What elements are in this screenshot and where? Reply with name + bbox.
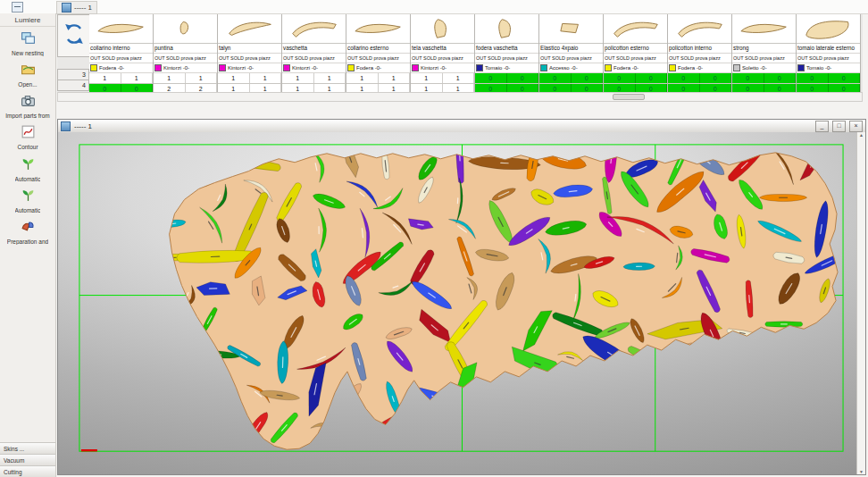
nested-part[interactable] [727,346,772,380]
part-material[interactable]: Kintorzi -0- [154,63,217,73]
nested-part[interactable] [624,383,669,398]
quantity-cell[interactable]: 0 [732,73,764,83]
part-thumbnail[interactable] [797,14,860,44]
window-menu-icon[interactable] [12,2,23,13]
quantity-cell[interactable]: 1 [250,73,282,83]
part-thumbnail[interactable] [282,14,346,44]
quantity-cell[interactable]: 0 [507,73,539,83]
nested-part[interactable] [672,340,692,379]
quantity-cell[interactable]: 0 [572,73,604,83]
part-thumbnail[interactable] [539,14,603,44]
sidebar-item-automatic-1[interactable]: Automatic [0,153,55,184]
nested-part[interactable] [765,322,803,327]
part-material[interactable]: Accesso -0- [539,63,603,73]
nested-part[interactable] [440,414,499,433]
part-material[interactable]: Tomaio -0- [475,63,538,73]
row-number[interactable]: 4 [57,80,89,91]
nested-part[interactable] [159,406,195,435]
part-thumbnail[interactable] [475,14,538,44]
nested-part[interactable] [769,378,805,410]
quantity-cell[interactable]: 1 [186,73,218,83]
quantity-cell[interactable]: 1 [443,73,475,83]
part-material[interactable]: Fodera -0- [89,63,153,73]
part-thumbnail[interactable] [732,14,796,44]
quantity-cell[interactable]: 1 [218,73,250,83]
scroll-up-icon[interactable]: ▲ [859,132,864,138]
quantity-cell[interactable]: 1 [411,73,443,83]
nested-part[interactable] [631,401,661,441]
canvas-vertical-scrollbar[interactable]: ▲ ▼ [856,132,865,474]
nested-part[interactable] [513,377,557,395]
part-material[interactable]: Soletto -0- [732,63,796,73]
part-material[interactable]: Tomaio -0- [797,63,860,73]
quantity-cell[interactable]: 0 [700,73,732,83]
nested-part[interactable] [601,414,613,440]
scrollbar-handle[interactable] [613,94,645,100]
sidebar-item-preparation[interactable]: Preparation and [0,215,55,247]
quantity-cell[interactable]: 1 [379,73,411,83]
nested-part[interactable] [810,377,839,402]
nested-part[interactable] [528,408,546,453]
nested-part[interactable] [335,420,367,445]
part-thumbnail[interactable] [154,14,217,44]
quantity-cell[interactable]: 1 [282,73,314,83]
part-thumbnail[interactable] [668,14,731,44]
nested-part[interactable] [792,345,834,371]
quantity-cell[interactable]: 1 [346,73,379,83]
part-thumbnail[interactable] [89,14,153,44]
scroll-down-icon[interactable]: ▼ [859,469,864,474]
part-thumbnail[interactable] [411,14,474,44]
quantity-cell[interactable]: 0 [636,73,668,83]
nested-part[interactable] [736,382,772,412]
nested-part[interactable] [160,379,203,413]
part-thumbnail[interactable] [604,14,667,44]
part-thumbnail[interactable] [346,14,410,44]
part-material[interactable]: Fodera -0- [604,63,667,73]
sidebar-item-import-parts[interactable]: Import parts from [0,89,55,121]
sidebar-item-automatic-2[interactable]: Automatic [0,184,55,215]
skins-button[interactable]: Skins ... [0,442,55,454]
part-thumbnail[interactable] [218,14,281,44]
nested-part[interactable] [708,342,732,385]
quantity-cell[interactable]: 1 [154,73,186,83]
nested-part[interactable] [712,401,728,453]
quantity-cell[interactable]: 0 [604,73,636,83]
part-material[interactable]: Kintorzi -0- [411,63,474,73]
nesting-canvas-area[interactable] [58,132,857,474]
nested-part[interactable] [199,408,218,434]
cutting-button[interactable]: Cutting [0,465,55,477]
nested-part[interactable] [161,301,188,345]
nested-part[interactable] [423,412,452,447]
quantity-cell[interactable]: 0 [829,73,861,83]
close-button[interactable]: × [849,121,863,132]
sidebar-item-open[interactable]: Open... [0,58,55,89]
nested-part[interactable] [660,381,687,405]
restore-button[interactable]: □ [832,121,846,132]
quantity-cell[interactable]: 1 [121,73,154,83]
document-tab[interactable]: ----- 1 [56,1,97,14]
part-material[interactable]: Kintorzi -0- [218,63,281,73]
sidebar-item-contour[interactable]: Contour [0,121,55,152]
minimize-button[interactable]: _ [815,121,829,132]
nested-part[interactable] [739,421,767,434]
quantity-cell[interactable]: 1 [314,73,346,83]
nested-part[interactable] [697,372,718,411]
refresh-parts-button[interactable] [57,14,91,57]
nested-part[interactable] [797,416,832,437]
quantity-cell[interactable]: 0 [764,73,797,83]
part-material[interactable]: Fodera -0- [668,63,731,73]
nested-part[interactable] [571,416,587,447]
nested-part[interactable] [161,155,206,170]
nested-part[interactable] [163,347,202,376]
quantity-cell[interactable]: 1 [89,73,121,83]
part-material[interactable]: Fodera -0- [346,63,410,73]
nested-part[interactable] [477,381,506,402]
sidebar-item-new-nesting[interactable]: New nesting [0,27,55,58]
parts-panel-scrollbar[interactable] [57,92,863,102]
quantity-cell[interactable]: 0 [797,73,829,83]
nested-part[interactable] [165,176,187,204]
nested-part[interactable] [782,339,803,376]
quantity-cell[interactable]: 0 [668,73,700,83]
nesting-canvas[interactable] [58,132,857,474]
part-material[interactable]: Kintorzi -0- [282,63,346,73]
